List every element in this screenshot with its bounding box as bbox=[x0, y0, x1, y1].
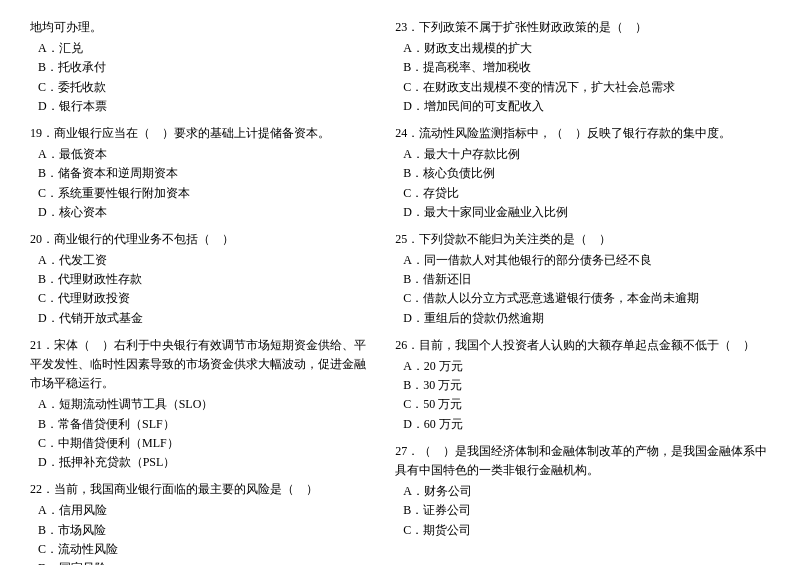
option-item: B．借新还旧 bbox=[403, 270, 770, 289]
option-item: B．代理财政性存款 bbox=[38, 270, 375, 289]
question-22-text: 22．当前，我国商业银行面临的最主要的风险是（ ） bbox=[30, 480, 375, 499]
option-item: B．核心负债比例 bbox=[403, 164, 770, 183]
question-20: 20．商业银行的代理业务不包括（ ） A．代发工资 B．代理财政性存款 C．代理… bbox=[30, 230, 375, 328]
question-intro: 地均可办理。 A．汇兑 B．托收承付 C．委托收款 D．银行本票 bbox=[30, 18, 375, 116]
question-26: 26．目前，我国个人投资者人认购的大额存单起点金额不低于（ ） A．20 万元 … bbox=[395, 336, 770, 434]
option-item: A．最低资本 bbox=[38, 145, 375, 164]
option-item: D．代销开放式基金 bbox=[38, 309, 375, 328]
question-25-text: 25．下列贷款不能归为关注类的是（ ） bbox=[395, 230, 770, 249]
question-21-text: 21．宋体（ ）右利于中央银行有效调节市场短期资金供给、平平发发性、临时性因素导… bbox=[30, 336, 375, 394]
option-item: A．汇兑 bbox=[38, 39, 375, 58]
option-item: A．同一借款人对其他银行的部分债务已经不良 bbox=[403, 251, 770, 270]
question-23: 23．下列政策不属于扩张性财政政策的是（ ） A．财政支出规模的扩大 B．提高税… bbox=[395, 18, 770, 116]
option-item: D．核心资本 bbox=[38, 203, 375, 222]
option-item: C．代理财政投资 bbox=[38, 289, 375, 308]
option-item: B．提高税率、增加税收 bbox=[403, 58, 770, 77]
question-23-options: A．财政支出规模的扩大 B．提高税率、增加税收 C．在财政支出规模不变的情况下，… bbox=[395, 39, 770, 116]
question-21-options: A．短期流动性调节工具（SLO） B．常备借贷便利（SLF） C．中期借贷便利（… bbox=[30, 395, 375, 472]
question-24: 24．流动性风险监测指标中，（ ）反映了银行存款的集中度。 A．最大十户存款比例… bbox=[395, 124, 770, 222]
question-25: 25．下列贷款不能归为关注类的是（ ） A．同一借款人对其他银行的部分债务已经不… bbox=[395, 230, 770, 328]
option-item: C．系统重要性银行附加资本 bbox=[38, 184, 375, 203]
option-item: C．存贷比 bbox=[403, 184, 770, 203]
option-item: D．60 万元 bbox=[403, 415, 770, 434]
question-22: 22．当前，我国商业银行面临的最主要的风险是（ ） A．信用风险 B．市场风险 … bbox=[30, 480, 375, 565]
option-item: A．财务公司 bbox=[403, 482, 770, 501]
intro-options: A．汇兑 B．托收承付 C．委托收款 D．银行本票 bbox=[30, 39, 375, 116]
question-19: 19．商业银行应当在（ ）要求的基础上计提储备资本。 A．最低资本 B．储备资本… bbox=[30, 124, 375, 222]
option-item: B．常备借贷便利（SLF） bbox=[38, 415, 375, 434]
option-item: D．国家风险 bbox=[38, 559, 375, 565]
question-25-options: A．同一借款人对其他银行的部分债务已经不良 B．借新还旧 C．借款人以分立方式恶… bbox=[395, 251, 770, 328]
question-27-text: 27．（ ）是我国经济体制和金融体制改革的产物，是我国金融体系中具有中国特色的一… bbox=[395, 442, 770, 480]
question-24-text: 24．流动性风险监测指标中，（ ）反映了银行存款的集中度。 bbox=[395, 124, 770, 143]
intro-text: 地均可办理。 bbox=[30, 18, 375, 37]
question-23-text: 23．下列政策不属于扩张性财政政策的是（ ） bbox=[395, 18, 770, 37]
option-item: D．增加民间的可支配收入 bbox=[403, 97, 770, 116]
option-item: D．抵押补充贷款（PSL） bbox=[38, 453, 375, 472]
option-item: D．银行本票 bbox=[38, 97, 375, 116]
question-20-text: 20．商业银行的代理业务不包括（ ） bbox=[30, 230, 375, 249]
option-item: A．信用风险 bbox=[38, 501, 375, 520]
option-item: B．市场风险 bbox=[38, 521, 375, 540]
option-item: C．在财政支出规模不变的情况下，扩大社会总需求 bbox=[403, 78, 770, 97]
left-column: 地均可办理。 A．汇兑 B．托收承付 C．委托收款 D．银行本票 19．商业银行… bbox=[30, 18, 385, 565]
right-column: 23．下列政策不属于扩张性财政政策的是（ ） A．财政支出规模的扩大 B．提高税… bbox=[385, 18, 770, 565]
question-20-options: A．代发工资 B．代理财政性存款 C．代理财政投资 D．代销开放式基金 bbox=[30, 251, 375, 328]
question-26-options: A．20 万元 B．30 万元 C．50 万元 D．60 万元 bbox=[395, 357, 770, 434]
option-item: B．托收承付 bbox=[38, 58, 375, 77]
option-item: A．20 万元 bbox=[403, 357, 770, 376]
option-item: A．最大十户存款比例 bbox=[403, 145, 770, 164]
option-item: C．流动性风险 bbox=[38, 540, 375, 559]
question-26-text: 26．目前，我国个人投资者人认购的大额存单起点金额不低于（ ） bbox=[395, 336, 770, 355]
option-item: D．最大十家同业金融业入比例 bbox=[403, 203, 770, 222]
option-item: C．借款人以分立方式恶意逃避银行债务，本金尚未逾期 bbox=[403, 289, 770, 308]
question-27: 27．（ ）是我国经济体制和金融体制改革的产物，是我国金融体系中具有中国特色的一… bbox=[395, 442, 770, 540]
option-item: B．证券公司 bbox=[403, 501, 770, 520]
option-item: B．储备资本和逆周期资本 bbox=[38, 164, 375, 183]
option-item: D．重组后的贷款仍然逾期 bbox=[403, 309, 770, 328]
question-21: 21．宋体（ ）右利于中央银行有效调节市场短期资金供给、平平发发性、临时性因素导… bbox=[30, 336, 375, 472]
question-27-options: A．财务公司 B．证券公司 C．期货公司 bbox=[395, 482, 770, 540]
option-item: C．委托收款 bbox=[38, 78, 375, 97]
question-19-options: A．最低资本 B．储备资本和逆周期资本 C．系统重要性银行附加资本 D．核心资本 bbox=[30, 145, 375, 222]
option-item: A．财政支出规模的扩大 bbox=[403, 39, 770, 58]
option-item: B．30 万元 bbox=[403, 376, 770, 395]
question-19-text: 19．商业银行应当在（ ）要求的基础上计提储备资本。 bbox=[30, 124, 375, 143]
option-item: A．短期流动性调节工具（SLO） bbox=[38, 395, 375, 414]
option-item: A．代发工资 bbox=[38, 251, 375, 270]
option-item: C．期货公司 bbox=[403, 521, 770, 540]
question-22-options: A．信用风险 B．市场风险 C．流动性风险 D．国家风险 bbox=[30, 501, 375, 565]
option-item: C．50 万元 bbox=[403, 395, 770, 414]
option-item: C．中期借贷便利（MLF） bbox=[38, 434, 375, 453]
question-24-options: A．最大十户存款比例 B．核心负债比例 C．存贷比 D．最大十家同业金融业入比例 bbox=[395, 145, 770, 222]
